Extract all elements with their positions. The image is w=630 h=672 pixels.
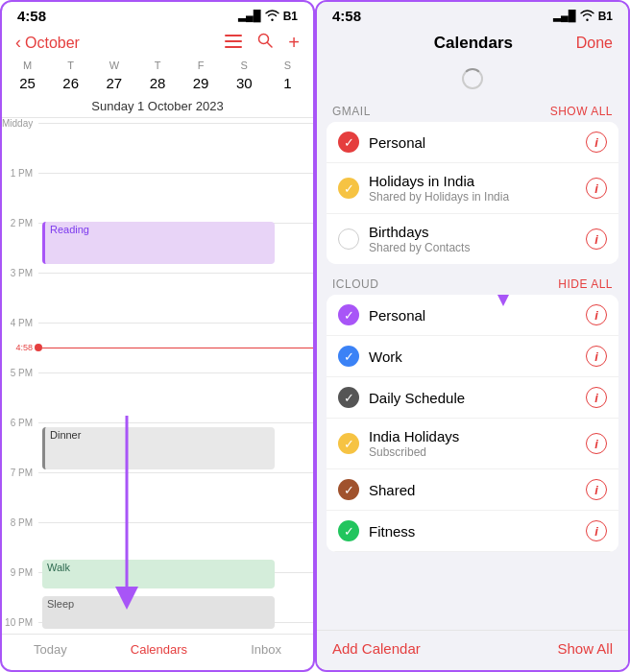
icloud-work-info-icon[interactable]: i: [586, 346, 607, 367]
date-28[interactable]: 28: [135, 73, 179, 93]
icloud-work-item[interactable]: ✓ Work i: [327, 336, 618, 377]
gmail-holidays-item[interactable]: ✓ Holidays in India Shared by Holidays i…: [327, 163, 618, 214]
gmail-birthdays-info: Birthdays Shared by Contacts: [369, 224, 586, 254]
calendars-scroll[interactable]: GMAIL SHOW ALL ✓ Personal i ✓ Holidays i…: [317, 99, 628, 630]
icloud-work-info: Work: [369, 348, 586, 365]
current-time-dot: [35, 344, 42, 351]
loading-spinner: [462, 68, 483, 89]
left-time: 4:58: [17, 8, 46, 24]
month-label: October: [25, 35, 80, 52]
add-calendar-button[interactable]: Add Calendar: [332, 640, 421, 657]
icloud-daily-info: Daily Schedule: [369, 390, 586, 406]
icloud-fitness-check: ✓: [338, 520, 359, 541]
calendars-title: Calendars: [371, 34, 576, 53]
gmail-birthdays-item[interactable]: Birthdays Shared by Contacts i: [327, 214, 618, 264]
icloud-india-holidays-check: ✓: [338, 433, 359, 454]
tab-today[interactable]: Today: [34, 642, 67, 657]
gmail-holidays-info-icon[interactable]: i: [586, 178, 607, 199]
month-nav[interactable]: ‹ October: [15, 33, 80, 53]
icloud-personal-item[interactable]: ✓ Personal i: [327, 295, 618, 336]
weekday-wed: W: [92, 60, 135, 71]
svg-rect-0: [225, 35, 242, 36]
gmail-birthdays-name: Birthdays: [369, 224, 586, 240]
bottom-bar: Add Calendar Show All: [317, 630, 628, 670]
back-chevron-icon[interactable]: ‹: [15, 33, 21, 53]
icloud-shared-info-icon[interactable]: i: [586, 479, 607, 500]
icloud-daily-item[interactable]: ✓ Daily Schedule i: [327, 377, 618, 419]
icloud-fitness-name: Fitness: [369, 523, 586, 540]
icloud-fitness-item[interactable]: ✓ Fitness i: [327, 511, 618, 552]
gmail-birthdays-check: [338, 228, 359, 250]
header-icons: +: [225, 32, 300, 54]
icloud-cal-list: ✓ Personal i ✓ Work i ✓ Daily Schedule: [327, 295, 618, 552]
reading-event-label: Reading: [50, 224, 89, 235]
gmail-birthdays-sub: Shared by Contacts: [369, 241, 586, 254]
tab-inbox[interactable]: Inbox: [251, 642, 281, 657]
gmail-holidays-sub: Shared by Holidays in India: [369, 190, 586, 204]
icloud-shared-check: ✓: [338, 479, 359, 500]
wifi-icon: [265, 10, 279, 23]
icloud-daily-name: Daily Schedule: [369, 390, 586, 406]
icloud-personal-info-icon[interactable]: i: [586, 304, 607, 325]
date-label: Sunday 1 October 2023: [2, 97, 313, 118]
search-icon[interactable]: [257, 33, 273, 53]
walk-event-label: Walk: [47, 562, 70, 573]
icloud-daily-info-icon[interactable]: i: [586, 387, 607, 408]
icloud-shared-item[interactable]: ✓ Shared i: [327, 469, 618, 511]
today-circle: 1: [283, 75, 291, 91]
dinner-event[interactable]: Dinner: [42, 427, 275, 469]
time-9pm: 9 PM: [2, 567, 38, 578]
icloud-section-header: ICLOUD HIDE ALL: [317, 272, 628, 295]
current-time-label: 4:58: [2, 343, 35, 352]
icloud-india-holidays-info: India Holidays Subscribed: [369, 428, 586, 459]
week-days-row: M T W T F S S: [2, 60, 313, 71]
date-26[interactable]: 26: [49, 73, 92, 93]
sleep-event-label: Sleep: [47, 598, 74, 610]
icloud-work-name: Work: [369, 348, 586, 365]
gmail-holidays-name: Holidays in India: [369, 173, 586, 189]
icloud-shared-info: Shared: [369, 482, 586, 498]
left-status-icons: ▂▄█ B1: [238, 10, 298, 23]
left-status-bar: 4:58 ▂▄█ B1: [2, 2, 313, 28]
gmail-personal-item[interactable]: ✓ Personal i: [327, 122, 618, 163]
icloud-personal-check: ✓: [338, 304, 359, 325]
timeline: Midday 1 PM 2 PM 3 PM 4 PM 5 PM: [2, 118, 313, 634]
date-25[interactable]: 25: [6, 73, 49, 93]
cal-header: ‹ October +: [2, 28, 313, 60]
date-1[interactable]: 1: [266, 73, 309, 93]
reading-event[interactable]: Reading: [42, 222, 275, 264]
gmail-cal-list: ✓ Personal i ✓ Holidays in India Shared …: [327, 122, 618, 264]
dinner-event-label: Dinner: [50, 429, 81, 441]
show-all-button[interactable]: Show All: [557, 640, 613, 657]
gmail-birthdays-info-icon[interactable]: i: [586, 228, 607, 250]
icloud-fitness-info-icon[interactable]: i: [586, 520, 607, 541]
calendars-header: Calendars Done: [317, 28, 628, 62]
icloud-personal-name: Personal: [369, 307, 586, 324]
icloud-india-holidays-info-icon[interactable]: i: [586, 433, 607, 454]
gmail-label: GMAIL: [332, 105, 371, 118]
icloud-label: ICLOUD: [332, 277, 378, 291]
date-29[interactable]: 29: [180, 73, 223, 93]
done-button[interactable]: Done: [576, 35, 613, 52]
gmail-section-header: GMAIL SHOW ALL: [317, 99, 628, 122]
icloud-india-holidays-name: India Holidays: [369, 428, 586, 444]
icloud-hide-all-button[interactable]: HIDE ALL: [558, 277, 613, 291]
right-status-icons: ▂▄█ B1: [553, 10, 613, 23]
date-30[interactable]: 30: [223, 73, 266, 93]
right-signal-icon: ▂▄█: [553, 10, 576, 22]
sleep-event[interactable]: Sleep: [42, 596, 275, 629]
gmail-show-all-button[interactable]: SHOW ALL: [550, 105, 613, 118]
tab-calendars[interactable]: Calendars: [131, 642, 187, 657]
left-panel: 4:58 ▂▄█ B1 ‹ October: [0, 0, 315, 672]
list-icon[interactable]: [225, 33, 242, 53]
right-status-bar: 4:58 ▂▄█ B1: [317, 2, 628, 28]
icloud-india-holidays-item[interactable]: ✓ India Holidays Subscribed i: [327, 419, 618, 469]
gmail-personal-info-icon[interactable]: i: [586, 132, 607, 153]
right-battery-icon: B1: [598, 10, 613, 23]
add-event-icon[interactable]: +: [288, 32, 300, 54]
date-27[interactable]: 27: [92, 73, 135, 93]
time-midday: Midday: [2, 118, 38, 129]
current-time-indicator: 4:58: [2, 343, 313, 352]
time-3pm: 3 PM: [2, 268, 38, 278]
walk-event[interactable]: Walk: [42, 560, 275, 588]
